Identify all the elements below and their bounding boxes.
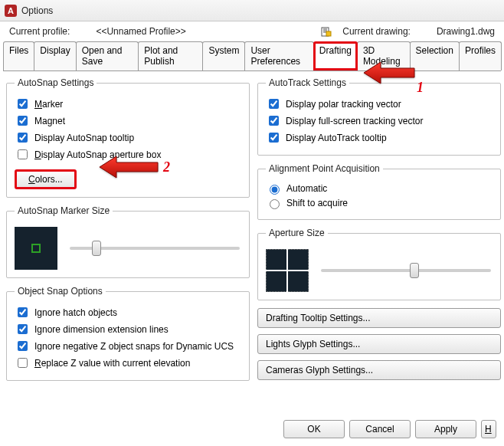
polar-vector-label: Display polar tracking vector xyxy=(286,99,401,110)
dialog-button-bar: OK Cancel Apply H xyxy=(283,420,496,438)
right-column: AutoTrack Settings Display polar trackin… xyxy=(257,77,501,389)
autotrack-tooltip-checkbox[interactable] xyxy=(269,133,279,143)
aperture-size-slider[interactable] xyxy=(321,269,491,272)
tab-drafting[interactable]: Drafting xyxy=(313,41,358,71)
ignore-hatch-label: Ignore hatch objects xyxy=(34,307,117,318)
colors-button[interactable]: Colors... xyxy=(15,169,77,189)
tab-profiles[interactable]: Profiles xyxy=(459,41,502,71)
marker-square-icon xyxy=(31,244,41,253)
ignore-negz-label: Ignore negative Z object snaps for Dynam… xyxy=(34,341,234,352)
ok-button[interactable]: OK xyxy=(283,420,345,438)
tab-open-save[interactable]: Open and Save xyxy=(76,41,139,71)
polar-vector-checkbox[interactable] xyxy=(269,99,279,109)
object-snap-group: Object Snap Options Ignore hatch objects… xyxy=(6,286,250,381)
aperture-box-label: Display AutoSnap aperture box xyxy=(34,149,161,160)
autotrack-tooltip-label: Display AutoTrack tooltip xyxy=(286,133,387,143)
tab-files[interactable]: Files xyxy=(3,41,34,71)
aperture-size-legend: Aperture Size xyxy=(266,228,328,238)
ignore-dim-checkbox[interactable] xyxy=(18,324,28,334)
aperture-icon xyxy=(266,249,309,292)
autosnap-settings-group: AutoSnap Settings Marker Magnet Display … xyxy=(6,77,250,198)
tab-system[interactable]: System xyxy=(202,41,245,71)
ignore-dim-label: Ignore dimension extension lines xyxy=(34,324,169,335)
tab-plot-publish[interactable]: Plot and Publish xyxy=(138,41,203,71)
apply-button[interactable]: Apply xyxy=(415,420,476,438)
magnet-checkbox[interactable] xyxy=(18,116,28,126)
help-button[interactable]: H xyxy=(481,420,496,438)
cancel-button[interactable]: Cancel xyxy=(349,420,411,438)
shift-radio[interactable] xyxy=(270,199,280,209)
alignment-legend: Alignment Point Acquisition xyxy=(266,163,383,174)
profile-row: Current profile: <<Unnamed Profile>> Cur… xyxy=(0,21,504,38)
ignore-negz-checkbox[interactable] xyxy=(18,341,28,351)
profile-label: Current profile: xyxy=(9,26,70,37)
lights-glyph-settings-button[interactable]: Lights Glyph Settings... xyxy=(257,334,501,354)
cameras-glyph-settings-button[interactable]: Cameras Glyph Settings... xyxy=(257,360,501,380)
app-icon: A xyxy=(5,5,17,17)
marker-size-group: AutoSnap Marker Size xyxy=(6,205,250,278)
replace-z-label: Replace Z value with current elevation xyxy=(34,358,190,369)
marker-size-legend: AutoSnap Marker Size xyxy=(15,205,113,216)
fullscreen-vector-checkbox[interactable] xyxy=(269,116,279,126)
drawing-value: Drawing1.dwg xyxy=(437,26,495,37)
tab-body: AutoSnap Settings Marker Magnet Display … xyxy=(0,71,504,395)
aperture-size-group: Aperture Size xyxy=(257,228,501,300)
titlebar: A Options xyxy=(0,0,504,21)
svg-rect-1 xyxy=(326,31,331,36)
tab-selection[interactable]: Selection xyxy=(410,41,460,71)
autosnap-tooltip-label: Display AutoSnap tooltip xyxy=(34,133,134,143)
tab-user-preferences[interactable]: User Preferences xyxy=(244,41,313,71)
drafting-tooltip-settings-button[interactable]: Drafting Tooltip Settings... xyxy=(257,308,501,328)
fullscreen-vector-label: Display full-screen tracking vector xyxy=(286,116,423,126)
autotrack-group: AutoTrack Settings Display polar trackin… xyxy=(257,77,501,156)
autosnap-legend: AutoSnap Settings xyxy=(15,77,97,88)
automatic-label: Automatic xyxy=(286,183,327,194)
drawing-label: Current drawing: xyxy=(342,26,411,37)
marker-size-slider[interactable] xyxy=(70,247,240,250)
magnet-label: Magnet xyxy=(34,116,65,126)
autosnap-tooltip-checkbox[interactable] xyxy=(18,133,28,143)
marker-preview xyxy=(15,227,57,270)
automatic-radio[interactable] xyxy=(270,185,280,195)
shift-label: Shift to acquire xyxy=(286,198,348,208)
left-column: AutoSnap Settings Marker Magnet Display … xyxy=(6,77,250,389)
autotrack-legend: AutoTrack Settings xyxy=(266,77,349,88)
window-title: Options xyxy=(21,5,53,16)
marker-checkbox[interactable] xyxy=(18,99,28,109)
tab-display[interactable]: Display xyxy=(34,41,76,71)
aperture-box-checkbox[interactable] xyxy=(18,149,28,159)
replace-z-checkbox[interactable] xyxy=(18,358,28,368)
objsnap-legend: Object Snap Options xyxy=(15,286,106,297)
aperture-preview xyxy=(266,249,309,292)
marker-label: Marker xyxy=(34,99,63,110)
tab-strip: Files Display Open and Save Plot and Pub… xyxy=(3,41,501,71)
drawing-icon xyxy=(321,26,332,37)
profile-value: <<Unnamed Profile>> xyxy=(96,26,185,37)
ignore-hatch-checkbox[interactable] xyxy=(18,307,28,317)
tab-3d-modeling[interactable]: 3D Modeling xyxy=(357,41,411,71)
alignment-group: Alignment Point Acquisition Automatic Sh… xyxy=(257,163,501,220)
